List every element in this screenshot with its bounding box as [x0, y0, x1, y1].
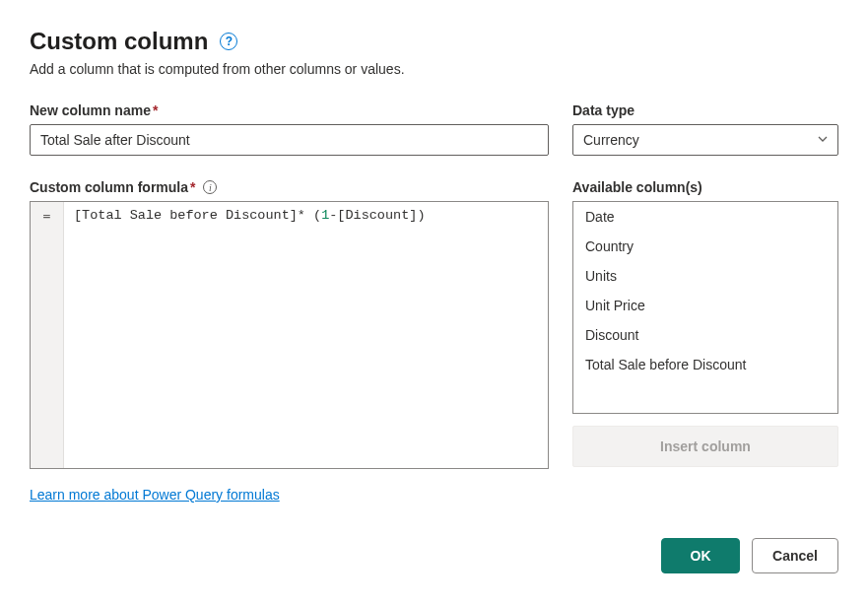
info-icon[interactable]: i — [203, 180, 217, 194]
data-type-select[interactable] — [572, 124, 838, 156]
formula-code[interactable]: [Total Sale before Discount]* (1-[Discou… — [64, 202, 548, 468]
formula-editor[interactable]: = [Total Sale before Discount]* (1-[Disc… — [30, 201, 549, 469]
dialog-subtitle: Add a column that is computed from other… — [30, 61, 838, 77]
cancel-button[interactable]: Cancel — [752, 538, 838, 573]
available-columns-list[interactable]: Date Country Units Unit Price Discount T… — [572, 201, 838, 414]
list-item[interactable]: Date — [573, 202, 837, 232]
column-name-input[interactable] — [30, 124, 549, 156]
list-item[interactable]: Discount — [573, 320, 837, 350]
insert-column-button: Insert column — [572, 426, 838, 467]
column-name-label-text: New column name — [30, 102, 151, 118]
required-asterisk: * — [190, 179, 195, 195]
available-columns-label: Available column(s) — [572, 179, 838, 195]
list-item[interactable]: Unit Price — [573, 291, 837, 320]
learn-more-link[interactable]: Learn more about Power Query formulas — [30, 487, 280, 503]
list-item[interactable]: Total Sale before Discount — [573, 350, 837, 379]
ok-button[interactable]: OK — [661, 538, 740, 573]
list-item[interactable]: Country — [573, 232, 837, 261]
formula-gutter: = — [31, 202, 64, 468]
list-item[interactable]: Units — [573, 261, 837, 291]
help-icon[interactable]: ? — [220, 33, 237, 50]
formula-label: Custom column formula* — [30, 179, 195, 195]
column-name-label: New column name* — [30, 102, 549, 118]
data-type-label: Data type — [572, 102, 838, 118]
required-asterisk: * — [153, 102, 158, 118]
dialog-title: Custom column — [30, 28, 208, 55]
formula-label-text: Custom column formula — [30, 179, 188, 195]
